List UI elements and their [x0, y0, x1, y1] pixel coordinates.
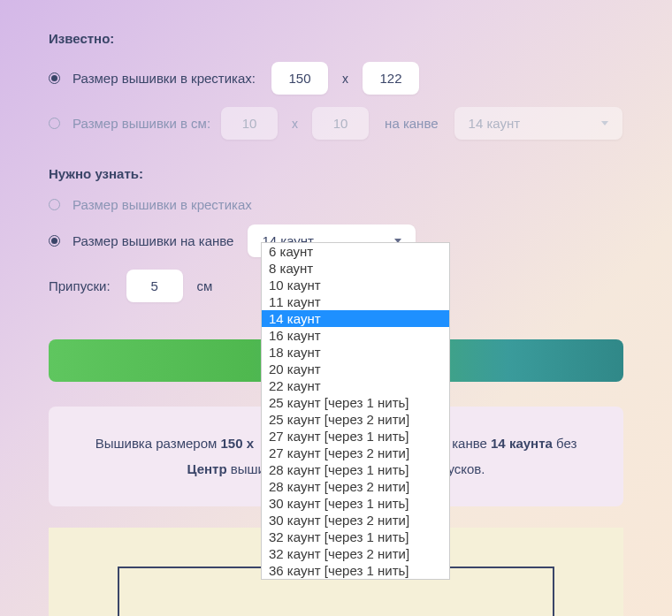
dropdown-option[interactable]: 32 каунт [через 2 нити]	[262, 545, 449, 562]
select-canvas-text-disabled: 14 каунт	[469, 116, 521, 131]
allowance-unit: см	[197, 278, 213, 293]
dropdown-option[interactable]: 25 каунт [через 2 нити]	[262, 411, 449, 428]
canvas-count-dropdown[interactable]: 6 каунт8 каунт10 каунт11 каунт14 каунт16…	[261, 242, 450, 580]
row-size-stitches: Размер вышивки в крестиках: x	[49, 62, 623, 95]
dropdown-option[interactable]: 20 каунт	[262, 361, 449, 377]
input-width-stitches[interactable]	[271, 62, 328, 95]
input-height-cm	[312, 107, 369, 140]
dropdown-option[interactable]: 27 каунт [через 1 нить]	[262, 428, 449, 445]
input-allowance[interactable]	[126, 270, 183, 302]
dropdown-option[interactable]: 28 каунт [через 1 нить]	[262, 461, 449, 478]
input-width-cm	[221, 107, 278, 140]
label-need-stitches: Размер вышивки в крестиках	[73, 197, 252, 212]
label-need-canvas: Размер вышивки на канве	[73, 233, 233, 248]
dropdown-option[interactable]: 32 каунт [через 1 нить]	[262, 529, 449, 545]
dropdown-option[interactable]: 16 каунт	[262, 327, 449, 344]
section-known-title: Известно:	[49, 31, 623, 46]
row-size-cm: Размер вышивки в см: x на канве 14 каунт	[49, 107, 623, 140]
dropdown-option[interactable]: 30 каунт [через 2 нити]	[262, 512, 449, 529]
dropdown-option[interactable]: 27 каунт [через 2 нити]	[262, 445, 449, 461]
dropdown-option[interactable]: 18 каунт	[262, 344, 449, 361]
dropdown-option[interactable]: 14 каунт	[262, 310, 449, 327]
section-need-title: Нужно узнать:	[49, 166, 623, 181]
dropdown-option[interactable]: 28 каунт [через 2 нити]	[262, 478, 449, 495]
radio-size-cm[interactable]	[49, 118, 60, 129]
x-sep-1: x	[342, 72, 348, 86]
x-sep-2: x	[292, 117, 298, 131]
dropdown-option[interactable]: 30 каунт [через 1 нить]	[262, 495, 449, 512]
dropdown-option[interactable]: 25 каунт [через 1 нить]	[262, 394, 449, 411]
dropdown-option[interactable]: 10 каунт	[262, 277, 449, 293]
select-canvas-count-disabled: 14 каунт	[454, 107, 622, 140]
label-on-canvas: на канве	[385, 116, 438, 131]
dropdown-option[interactable]: 22 каунт	[262, 377, 449, 394]
radio-need-canvas[interactable]	[49, 235, 60, 247]
row-need-stitches: Размер вышивки в крестиках	[49, 197, 623, 212]
dropdown-option[interactable]: 36 каунт [через 1 нить]	[262, 562, 449, 579]
dropdown-option[interactable]: 11 каунт	[262, 293, 449, 310]
radio-need-stitches[interactable]	[49, 199, 60, 210]
dropdown-option[interactable]: 6 каунт	[262, 243, 449, 260]
label-size-stitches: Размер вышивки в крестиках:	[73, 71, 256, 86]
chevron-down-icon	[601, 121, 608, 125]
input-height-stitches[interactable]	[363, 62, 419, 95]
dropdown-option[interactable]: 8 каунт	[262, 260, 449, 277]
label-allowance: Припуски:	[49, 278, 111, 293]
label-size-cm: Размер вышивки в см:	[73, 116, 210, 131]
radio-size-stitches[interactable]	[49, 72, 60, 84]
